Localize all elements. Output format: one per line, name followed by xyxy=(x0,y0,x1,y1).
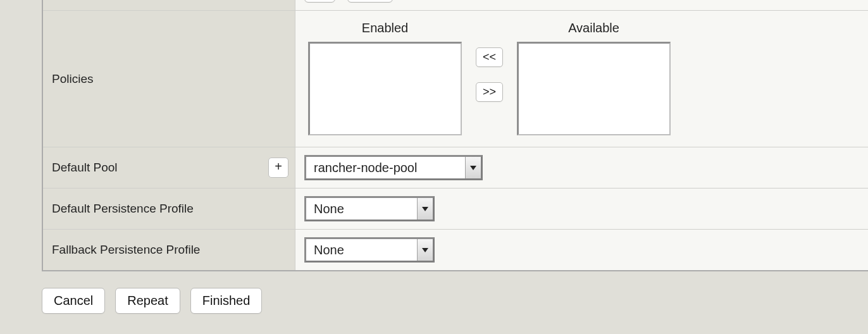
default-persistence-field: None xyxy=(295,189,869,230)
default-pool-label: Default Pool + xyxy=(42,147,295,189)
default-pool-select[interactable]: rancher-node-pool xyxy=(304,155,483,180)
policies-field: Enabled << >> Available xyxy=(295,11,869,147)
policies-label: Policies xyxy=(42,11,295,147)
row-default-pool: Default Pool + rancher-node-pool xyxy=(42,147,868,189)
policies-enabled-col: Enabled xyxy=(308,21,462,135)
reorder-field: Up Down xyxy=(295,0,869,11)
fallback-persistence-select-value: None xyxy=(306,243,417,257)
fallback-persistence-field: None xyxy=(295,230,869,271)
up-button[interactable]: Up xyxy=(304,0,335,3)
fallback-persistence-select[interactable]: None xyxy=(304,237,435,263)
move-left-button[interactable]: << xyxy=(476,47,503,67)
policies-enabled-listbox[interactable] xyxy=(308,42,462,135)
repeat-button[interactable]: Repeat xyxy=(115,288,180,314)
default-pool-field: rancher-node-pool xyxy=(295,147,869,189)
dropdown-arrow-icon xyxy=(417,239,433,261)
policies-available-title: Available xyxy=(568,21,619,35)
finished-button[interactable]: Finished xyxy=(190,288,263,314)
policies-available-listbox[interactable] xyxy=(517,42,671,135)
row-default-persistence: Default Persistence Profile None xyxy=(42,189,868,230)
move-right-button[interactable]: >> xyxy=(476,82,503,102)
default-pool-select-value: rancher-node-pool xyxy=(306,161,465,175)
footer-buttons: Cancel Repeat Finished xyxy=(42,288,262,314)
default-pool-label-text: Default Pool xyxy=(52,161,118,174)
down-button[interactable]: Down xyxy=(347,0,393,3)
default-persistence-label: Default Persistence Profile xyxy=(42,189,295,230)
row-fallback-persistence: Fallback Persistence Profile None xyxy=(42,230,868,271)
policies-move-buttons: << >> xyxy=(476,47,503,102)
policies-available-col: Available xyxy=(517,21,671,135)
dropdown-arrow-icon xyxy=(465,157,481,178)
dropdown-arrow-icon xyxy=(417,198,433,220)
row-reorder: Up Down xyxy=(42,0,868,11)
policies-dual-list: Enabled << >> Available xyxy=(304,18,859,139)
default-persistence-select-value: None xyxy=(306,202,417,216)
add-pool-button[interactable]: + xyxy=(268,158,288,178)
reorder-label-cell xyxy=(42,0,295,11)
fallback-persistence-label: Fallback Persistence Profile xyxy=(42,230,295,271)
policies-enabled-title: Enabled xyxy=(362,21,408,35)
properties-table: Up Down Policies Enabled << >> Available… xyxy=(42,0,868,271)
default-persistence-select[interactable]: None xyxy=(304,196,435,221)
row-policies: Policies Enabled << >> Available xyxy=(42,11,868,147)
cancel-button[interactable]: Cancel xyxy=(42,288,105,314)
form-panel: Up Down Policies Enabled << >> Available… xyxy=(42,0,868,271)
